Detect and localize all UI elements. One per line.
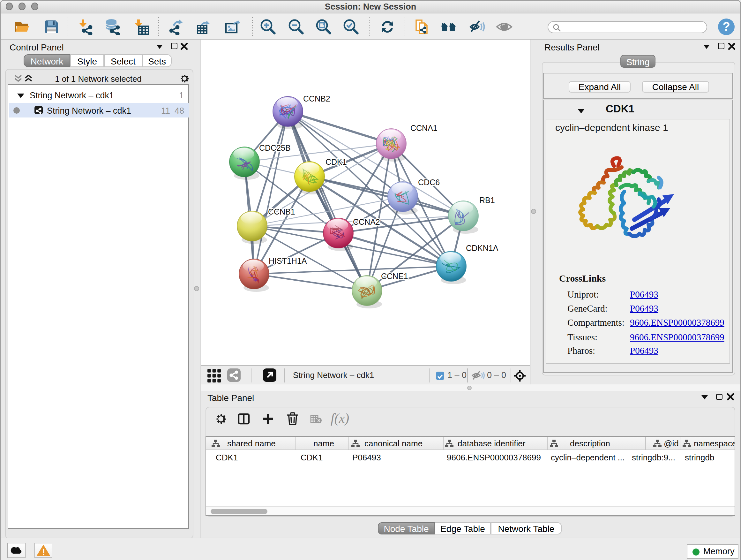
svg-text:CDK1: CDK1 [325,158,347,166]
svg-text:CCNB1: CCNB1 [268,207,295,216]
svg-text:CDC25B: CDC25B [259,143,290,152]
svg-text:HIST1H1A: HIST1H1A [268,256,307,265]
svg-text:CCNB2: CCNB2 [303,94,330,103]
svg-text:CDC6: CDC6 [418,178,440,187]
svg-text:CCNE1: CCNE1 [381,272,408,281]
svg-text:CDKN1A: CDKN1A [466,244,498,253]
svg-text:CCNA1: CCNA1 [410,124,437,132]
svg-text:CCNA2: CCNA2 [353,217,380,226]
svg-text:RB1: RB1 [479,196,495,205]
